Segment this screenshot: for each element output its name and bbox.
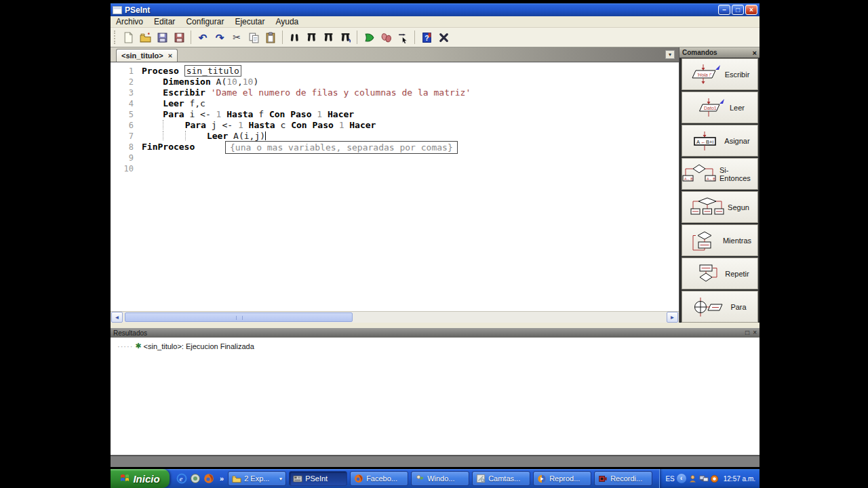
code-line: 3 Escribir 'Dame el numero de filas y co… <box>111 87 679 98</box>
toolbar-replace-special-button[interactable] <box>337 29 353 45</box>
tab-list-dropdown-icon[interactable]: ▾ <box>665 50 675 59</box>
scroll-right-arrow-icon[interactable]: ► <box>667 312 678 323</box>
comando-button-para[interactable]: Para <box>682 291 758 323</box>
line-number: 4 <box>111 98 134 109</box>
comando-button-leer[interactable]: Dato1Leer <box>682 92 758 123</box>
code-text: FinProceso <box>134 142 195 152</box>
comandos-close-icon[interactable]: × <box>753 49 757 57</box>
desktop: PSeInt – □ × ArchivoEditarConfigurarEjec… <box>0 0 868 488</box>
toolbar-run-button[interactable] <box>361 29 377 45</box>
close-button[interactable]: × <box>745 5 757 15</box>
toolbar-paste-button[interactable] <box>262 29 279 45</box>
tray-icons <box>688 474 719 483</box>
si-entonces-flowchart-icon: A←BA←B <box>682 164 716 184</box>
code-line: 2 Dimension A(10,10) <box>111 77 679 87</box>
task-label: Windo... <box>427 474 454 483</box>
taskbar-button-recordi-[interactable]: Recordi... <box>594 471 652 486</box>
taskbar-button-camtas-[interactable]: Camtas... <box>472 471 530 486</box>
start-button[interactable]: Inicio <box>111 469 170 488</box>
toolbar-help-button[interactable]: ? <box>418 29 435 45</box>
start-label: Inicio <box>133 473 159 485</box>
camtasia-tray-icon[interactable] <box>710 474 719 483</box>
messenger-tray-icon[interactable] <box>688 474 698 483</box>
firefox-icon[interactable] <box>203 473 214 484</box>
toolbar-save-all-button[interactable] <box>171 29 187 45</box>
comando-button-asignar[interactable]: A←B+iAsignar <box>682 125 758 157</box>
comando-button-si-entonces[interactable]: A←BA←BSi-Entonces <box>682 158 758 190</box>
svg-text:A←B: A←B <box>707 176 715 180</box>
comando-label: Segun <box>728 203 749 211</box>
title-bar[interactable]: PSeInt – □ × <box>111 3 760 16</box>
toolbar-separator <box>357 30 357 44</box>
quick-launch: e <box>170 473 218 484</box>
taskbar-button-reprod-[interactable]: Reprod... <box>533 471 591 486</box>
comando-label: Para <box>730 303 746 311</box>
svg-text:A: A <box>696 139 700 145</box>
toolbar-replace-button[interactable] <box>320 29 336 45</box>
taskbar-button-facebo-[interactable]: Facebo... <box>350 471 408 486</box>
pseint-app-icon <box>293 474 302 483</box>
code-editor[interactable]: 1Proceso sin_titulo2 Dimension A(10,10)3… <box>111 62 679 311</box>
toolbar-find-next-button[interactable] <box>303 29 319 45</box>
toolbar-close-file-button[interactable] <box>435 29 452 45</box>
menu-item-archivo[interactable]: Archivo <box>111 16 149 27</box>
svg-text:A←B: A←B <box>684 176 693 180</box>
scrollbar-thumb[interactable] <box>125 312 353 322</box>
language-indicator[interactable]: ES <box>665 475 674 483</box>
code-line: 4 Leer f,c <box>111 98 679 109</box>
windows-app-icon[interactable] <box>190 473 201 484</box>
folder-icon <box>232 474 241 483</box>
hide-icons-chevron-icon[interactable]: ‹ <box>677 474 686 483</box>
taskbar-button-2-exp-[interactable]: 2 Exp...▾ <box>228 471 286 486</box>
toolbar-open-button[interactable] <box>137 29 153 45</box>
comando-button-mientras[interactable]: Mientras <box>682 224 758 256</box>
taskbar-button-pseint[interactable]: PSeInt <box>289 471 347 486</box>
tab-sin-titulo[interactable]: <sin_titulo> × <box>116 49 178 62</box>
task-label: Recordi... <box>610 474 642 483</box>
panel-splitter[interactable] <box>111 323 760 328</box>
quicklaunch-overflow-chevron-icon[interactable]: » <box>220 474 224 483</box>
menu-item-configurar[interactable]: Configurar <box>180 16 229 27</box>
mientras-flowchart-icon <box>688 230 719 251</box>
line-number: 6 <box>111 120 134 131</box>
float-panel-icon[interactable]: □ <box>745 329 749 337</box>
comando-button-escribir[interactable]: 'Hola !'Escribir <box>682 58 758 90</box>
tab-close-icon[interactable]: × <box>168 52 172 60</box>
toolbar-undo-button[interactable]: ↶ <box>195 29 211 45</box>
comando-label: Asignar <box>724 137 749 145</box>
task-buttons: 2 Exp...▾PSeIntFacebo...Windo...Camtas..… <box>228 471 652 486</box>
toolbar-find-button[interactable] <box>286 29 302 45</box>
tab-bar: <sin_titulo> × ▾ <box>111 47 679 62</box>
taskbar-group-dropdown-icon[interactable]: ▾ <box>279 476 282 482</box>
toolbar-run-step-by-step-button[interactable] <box>378 29 394 45</box>
task-label: Camtas... <box>488 474 520 483</box>
menu-item-editar[interactable]: Editar <box>149 16 180 27</box>
svg-text:B+i: B+i <box>706 139 713 145</box>
restore-button[interactable]: □ <box>732 5 744 15</box>
task-label: PSeInt <box>305 474 328 483</box>
comando-button-repetir[interactable]: Repetir <box>682 258 758 289</box>
toolbar-save-button[interactable] <box>154 29 170 45</box>
line-number: 9 <box>111 152 134 163</box>
toolbar-new-button[interactable] <box>120 29 136 45</box>
line-number: 7 <box>111 131 134 142</box>
comando-label: Leer <box>730 104 745 112</box>
toolbar-grip <box>114 30 117 44</box>
resultados-close-icon[interactable]: × <box>753 329 757 337</box>
taskbar-button-windo-[interactable]: Windo... <box>411 471 469 486</box>
menu-item-ejecutar[interactable]: Ejecutar <box>229 16 270 27</box>
result-item[interactable]: ····· ✱ <sin_titulo>: Ejecucion Finaliza… <box>117 342 760 350</box>
minimize-button[interactable]: – <box>718 5 730 15</box>
window-bottom-edge <box>111 455 760 467</box>
internet-explorer-icon[interactable]: e <box>176 473 187 484</box>
toolbar-copy-button[interactable] <box>245 29 262 45</box>
comando-button-segun[interactable]: Segun <box>682 191 758 223</box>
menu-item-ayuda[interactable]: Ayuda <box>270 16 304 27</box>
toolbar-redo-button[interactable]: ↷ <box>212 29 228 45</box>
toolbar: ↶↷✂? <box>111 28 760 47</box>
network-tray-icon[interactable] <box>699 474 709 483</box>
horizontal-scrollbar[interactable]: ◄ ► <box>111 311 679 323</box>
toolbar-cut-button[interactable]: ✂ <box>229 29 245 45</box>
toolbar-execute-step-button[interactable] <box>395 29 411 45</box>
scroll-left-arrow-icon[interactable]: ◄ <box>111 312 123 323</box>
